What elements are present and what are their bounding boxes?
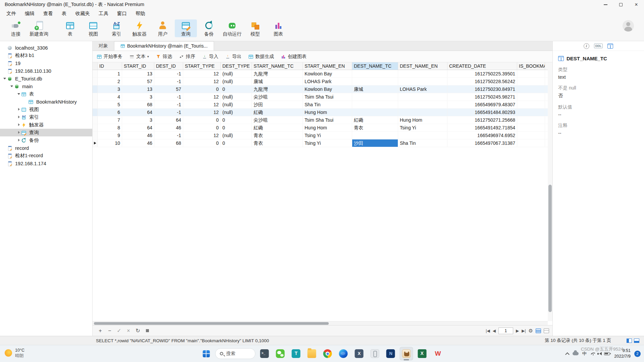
cell-created_date[interactable]: 1612750271.25668	[447, 116, 517, 124]
cell-start_name_tc[interactable]: 紅磡	[252, 109, 303, 116]
cell-is_bookmar[interactable]	[517, 124, 545, 131]
discard-changes-button[interactable]: ×	[124, 327, 133, 335]
cell-start_id[interactable]: 3	[122, 93, 154, 101]
column-header-dest_type[interactable]: DEST_TYPE	[221, 62, 252, 70]
tree-chevron-icon[interactable]	[17, 130, 21, 135]
cell-created_date[interactable]: 1665491492.71854	[447, 124, 517, 131]
tree-chevron-icon[interactable]	[10, 84, 14, 88]
taskbar-search[interactable]: 搜索	[215, 348, 256, 359]
cell-start_name_tc[interactable]: 青衣	[252, 132, 303, 139]
refresh-button[interactable]: ↻	[133, 327, 142, 335]
tree-item[interactable]: BookmarkNHistory	[0, 98, 92, 106]
tree-chevron-icon[interactable]	[3, 76, 7, 81]
cell-created_date[interactable]: 1612750225.39501	[447, 70, 517, 77]
cell-dest_name_tc[interactable]	[352, 93, 398, 101]
toolbar-button[interactable]: 备份	[198, 19, 220, 37]
toolbar-button[interactable]: 触发器	[128, 19, 151, 37]
row-indicator[interactable]	[93, 101, 98, 108]
menu-item[interactable]: 帮助	[131, 9, 150, 18]
taskbar-app[interactable]	[416, 347, 429, 360]
cell-created_date[interactable]: 1665496979.48307	[447, 101, 517, 108]
cell-dest_name_tc[interactable]	[352, 70, 398, 77]
cell-dest_type[interactable]: (null)	[221, 101, 252, 108]
vertical-scrollbar-thumb[interactable]	[548, 185, 552, 312]
column-header-created_date[interactable]: CREATED_DATE	[447, 62, 517, 70]
tree-chevron-icon[interactable]	[17, 123, 21, 127]
grid-toolbar-button[interactable]: 筛选 ▾	[156, 54, 172, 60]
cell-start_type[interactable]: 12	[183, 78, 221, 85]
tree-chevron-icon[interactable]	[3, 146, 7, 150]
cell-start_name_tc[interactable]: 康城	[252, 78, 303, 85]
tree-item[interactable]: 19	[0, 59, 92, 67]
cell-is_bookmar[interactable]	[517, 116, 545, 124]
cell-dest_type[interactable]: 0	[221, 116, 252, 124]
grid-toolbar-button[interactable]: 文本 ▾	[129, 54, 149, 60]
toolbar-button[interactable]: 表	[59, 19, 81, 37]
tree-item[interactable]: 视图	[0, 106, 92, 113]
cell-start_id[interactable]: 57	[122, 78, 154, 85]
minimize-button[interactable]	[598, 0, 613, 9]
next-page-button[interactable]: ▶	[516, 328, 519, 333]
tree-item[interactable]: localhost_3306	[0, 44, 92, 52]
row-indicator[interactable]	[93, 93, 98, 101]
grid-toolbar-button[interactable]: 导出 ▾	[225, 54, 241, 60]
cell-dest_name_en[interactable]: LOHAS Park	[398, 85, 447, 93]
horizontal-scrollbar[interactable]	[93, 321, 548, 325]
cell-start_name_tc[interactable]: 尖沙咀	[252, 93, 303, 101]
tree-item[interactable]: 备份	[0, 136, 92, 144]
cell-start_id[interactable]: 13	[122, 70, 154, 77]
toolbar-button[interactable]: 索引	[105, 19, 127, 37]
cell-start_name_en[interactable]: Tsim Sha Tsui	[303, 93, 352, 101]
vertical-scrollbar[interactable]	[548, 62, 552, 321]
cell-id[interactable]: 9	[98, 132, 122, 139]
cell-dest_name_en[interactable]	[398, 93, 447, 101]
ddl-icon[interactable]	[594, 44, 603, 48]
column-header-start_id[interactable]: START_ID	[122, 62, 154, 70]
taskbar-app[interactable]	[321, 347, 334, 360]
cell-start_id[interactable]: 3	[122, 116, 154, 124]
cell-created_date[interactable]: 1665496974.6952	[447, 132, 517, 139]
cell-dest_type[interactable]: (null)	[221, 132, 252, 139]
cell-dest_name_tc[interactable]: 紅磡	[352, 116, 398, 124]
cell-created_date[interactable]: 1612750230.84971	[447, 85, 517, 93]
cell-start_name_en[interactable]: Kowloon Bay	[303, 70, 352, 77]
taskbar-app[interactable]	[353, 347, 366, 360]
prev-page-button[interactable]: ◀	[493, 328, 496, 333]
tree-item[interactable]: record	[0, 144, 92, 152]
notification-badge[interactable]: 2	[634, 351, 641, 357]
info-icon[interactable]	[584, 43, 589, 49]
grid-toolbar-button[interactable]: 开始事务 ▾	[97, 54, 122, 60]
toolbar-button[interactable]: 新建查询	[28, 19, 50, 37]
cell-dest_id[interactable]: -1	[154, 70, 183, 77]
cell-is_bookmar[interactable]	[517, 78, 545, 85]
cell-id[interactable]: 4	[98, 93, 122, 101]
cell-start_id[interactable]: 64	[122, 124, 154, 131]
menu-item[interactable]: 文件	[2, 9, 20, 18]
cell-start_id[interactable]: 68	[122, 101, 154, 108]
hidden-icons-chevron[interactable]	[565, 352, 570, 357]
toolbar-button[interactable]: 查询	[175, 19, 197, 37]
tree-chevron-icon[interactable]	[3, 61, 7, 65]
user-avatar[interactable]	[623, 20, 634, 32]
tree-chevron-icon[interactable]	[3, 53, 7, 58]
column-header-dest_id[interactable]: DEST_ID	[154, 62, 183, 70]
cell-start_id[interactable]: 13	[122, 85, 154, 93]
row-indicator[interactable]	[93, 70, 98, 77]
menu-item[interactable]: 收藏夹	[71, 9, 95, 18]
cell-id[interactable]: 5	[98, 101, 122, 108]
cell-dest_type[interactable]: 0	[221, 139, 252, 147]
column-header-is_bookmar[interactable]: IS_BOOKMAR	[517, 62, 545, 70]
tree-item[interactable]: main	[0, 82, 92, 90]
cell-dest_name_en[interactable]	[398, 78, 447, 85]
cell-dest_name_tc[interactable]: 沙田	[352, 139, 398, 147]
cell-start_name_tc[interactable]: 九龍灣	[252, 85, 303, 93]
toolbar-button[interactable]: 模型	[244, 19, 266, 37]
cell-start_type[interactable]: 0	[183, 116, 221, 124]
column-header-id[interactable]: ID	[98, 62, 122, 70]
tree-chevron-icon[interactable]	[17, 138, 21, 142]
row-indicator[interactable]	[93, 109, 98, 116]
cell-start_type[interactable]: 12	[183, 70, 221, 77]
cell-is_bookmar[interactable]	[517, 132, 545, 139]
cell-start_name_en[interactable]: Hung Hom	[303, 109, 352, 116]
cell-start_type[interactable]: 0	[183, 85, 221, 93]
